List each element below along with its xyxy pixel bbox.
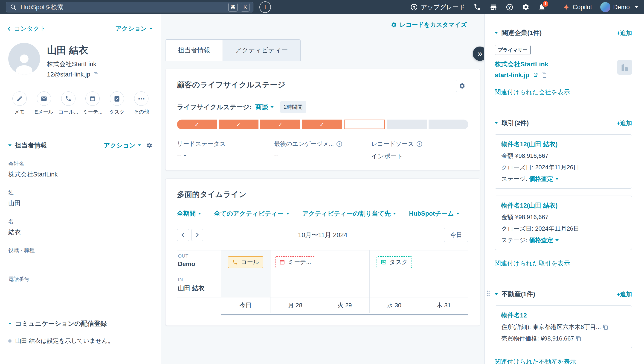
subscriptions-section-header[interactable]: コミュニケーションの配信登録: [8, 319, 152, 328]
deal-stage-dropdown[interactable]: 価格査定: [529, 175, 558, 183]
upgrade-button[interactable]: アップグレード: [410, 3, 465, 11]
properties-section: 不動産(1件) +追加 物件名12 住所(詳細): 東京都港区六本木6丁目...…: [484, 278, 644, 364]
lifecycle-settings-button[interactable]: [456, 80, 468, 92]
lifecycle-stage-segment-current[interactable]: [344, 120, 385, 129]
chevron-down-icon[interactable]: [494, 293, 498, 295]
meeting-event-badge[interactable]: ミーテ...: [275, 256, 315, 268]
view-properties-link[interactable]: 関連付けられた不動産を表示: [494, 357, 632, 364]
chevron-left-icon: [8, 27, 12, 31]
chevron-down-icon: [635, 6, 638, 8]
back-to-contacts-link[interactable]: コンタクト: [8, 25, 46, 33]
lifecycle-stage-segment[interactable]: [387, 120, 427, 129]
tab-contact-info[interactable]: 担当者情報: [166, 40, 222, 61]
filter-period-dropdown[interactable]: 全期間: [177, 209, 201, 218]
contact-email[interactable]: 12@start-link.jp: [47, 71, 90, 78]
timeline-cell: ミーテ...: [270, 250, 320, 274]
search-input[interactable]: [20, 4, 225, 11]
filter-assignee-dropdown[interactable]: アクティビティーの割り当て先: [302, 209, 396, 218]
view-companies-link[interactable]: 関連付けられた会社を表示: [494, 88, 632, 96]
about-actions-dropdown[interactable]: アクション: [104, 141, 141, 150]
chevron-down-icon[interactable]: [8, 144, 12, 146]
copy-domain-icon[interactable]: [541, 72, 547, 78]
timeline-horizontal-scrollbar[interactable]: [221, 314, 468, 315]
copy-price-icon[interactable]: [576, 336, 582, 341]
company-domain-link[interactable]: start-link.jp: [494, 71, 530, 79]
notification-count-badge: 1: [542, 1, 549, 7]
deal-link[interactable]: 物件名12(山田 結衣): [501, 140, 625, 148]
lifecycle-stage-segment[interactable]: ✓: [219, 120, 258, 129]
lifecycle-stage-dropdown[interactable]: 商談: [255, 103, 274, 112]
lifecycle-stage-segment[interactable]: ✓: [302, 120, 342, 129]
subscriptions-title: コミュニケーションの配信登録: [15, 319, 107, 328]
last-engagement-field: 最後のエンゲージメ... i --: [274, 140, 371, 160]
chevron-right-icon: [194, 233, 199, 237]
lifecycle-stage-segment[interactable]: ✓: [177, 120, 217, 129]
chevron-down-icon: [393, 213, 396, 214]
settings-button[interactable]: [522, 3, 530, 11]
gear-icon: [522, 3, 530, 11]
company-link[interactable]: 株式会社StartLink: [494, 60, 617, 69]
timeline-next-button[interactable]: [191, 229, 203, 241]
field-first-name: 名 結衣: [8, 218, 152, 236]
email-button[interactable]: Eメール: [33, 92, 55, 115]
add-company-button[interactable]: +追加: [616, 29, 632, 37]
global-search[interactable]: ⌘ K: [6, 2, 254, 13]
lifecycle-stage-label: ライフサイクルステージ:: [177, 103, 252, 112]
task-button[interactable]: タスク: [106, 92, 128, 115]
drag-handle[interactable]: [486, 290, 490, 296]
chevron-down-icon[interactable]: [494, 122, 498, 124]
lead-status-field: リードステータス --: [177, 140, 274, 160]
customize-record-link[interactable]: レコードをカスタマイズ: [391, 21, 467, 29]
tab-activity[interactable]: アクティビティー: [222, 40, 300, 61]
help-button[interactable]: ?: [506, 3, 514, 11]
external-link-icon[interactable]: [532, 72, 538, 78]
deal-card: 物件名12(山田 結衣) 金額¥98,916,667 クローズ日:2024年11…: [494, 196, 632, 250]
note-button[interactable]: メモ: [8, 92, 31, 115]
lifecycle-stage-segment[interactable]: [428, 120, 468, 129]
companies-section-title: 関連企業(1件): [502, 29, 542, 37]
divider: [0, 308, 161, 308]
calling-button[interactable]: [474, 3, 481, 11]
copy-email-icon[interactable]: [94, 72, 99, 77]
timeline-cell: タスク: [370, 250, 419, 274]
deal-stage-dropdown[interactable]: 価格査定: [529, 236, 558, 244]
meeting-button[interactable]: ミーテ...: [81, 92, 104, 115]
user-menu[interactable]: Demo: [600, 2, 638, 12]
notifications-button[interactable]: 1: [538, 3, 546, 11]
contact-actions-dropdown[interactable]: アクション: [115, 25, 152, 33]
info-icon[interactable]: i: [336, 141, 342, 147]
timeline-prev-button[interactable]: [177, 229, 189, 241]
chevron-down-icon[interactable]: [494, 32, 498, 34]
check-icon: ✓: [194, 121, 200, 128]
timeline-cell: [270, 274, 320, 297]
task-event-badge[interactable]: タスク: [376, 256, 412, 268]
call-icon: [65, 95, 72, 102]
about-settings-button[interactable]: [146, 142, 152, 149]
timeline-grid: OUT Demo コール ミーテ...: [177, 250, 468, 313]
marketplace-button[interactable]: [490, 3, 498, 11]
add-property-button[interactable]: +追加: [616, 290, 632, 298]
chevron-down-icon: [198, 213, 201, 214]
lead-status-dropdown[interactable]: --: [177, 152, 274, 159]
call-event-badge[interactable]: コール: [228, 256, 263, 268]
phone-icon: [474, 3, 481, 11]
stage-duration-badge: 2時間間: [280, 101, 306, 113]
filter-team-dropdown[interactable]: HubSpotチーム: [409, 209, 460, 218]
deals-section-title: 取引(2件): [502, 119, 529, 127]
filter-activity-type-dropdown[interactable]: 全てのアクティビティー: [214, 209, 289, 218]
create-button[interactable]: +: [260, 2, 271, 13]
collapse-panel-button[interactable]: »: [473, 47, 484, 61]
property-link[interactable]: 物件名12: [501, 311, 625, 319]
copilot-button[interactable]: Copilot: [562, 4, 592, 11]
call-button[interactable]: コール...: [57, 92, 80, 115]
lifecycle-stage-segment[interactable]: ✓: [260, 120, 300, 129]
view-deals-link[interactable]: 関連付けられた取引を表示: [494, 259, 632, 267]
copy-address-icon[interactable]: [603, 324, 608, 330]
chevron-down-icon: [138, 144, 141, 146]
add-deal-button[interactable]: +追加: [616, 119, 632, 127]
info-icon[interactable]: i: [416, 141, 422, 147]
deal-link[interactable]: 物件名12(山田 結衣): [501, 201, 625, 210]
timeline-card-title: 多面的タイムライン: [177, 189, 468, 200]
timeline-today-button[interactable]: 今日: [444, 228, 468, 242]
more-button[interactable]: ⋯ その他: [130, 92, 152, 115]
